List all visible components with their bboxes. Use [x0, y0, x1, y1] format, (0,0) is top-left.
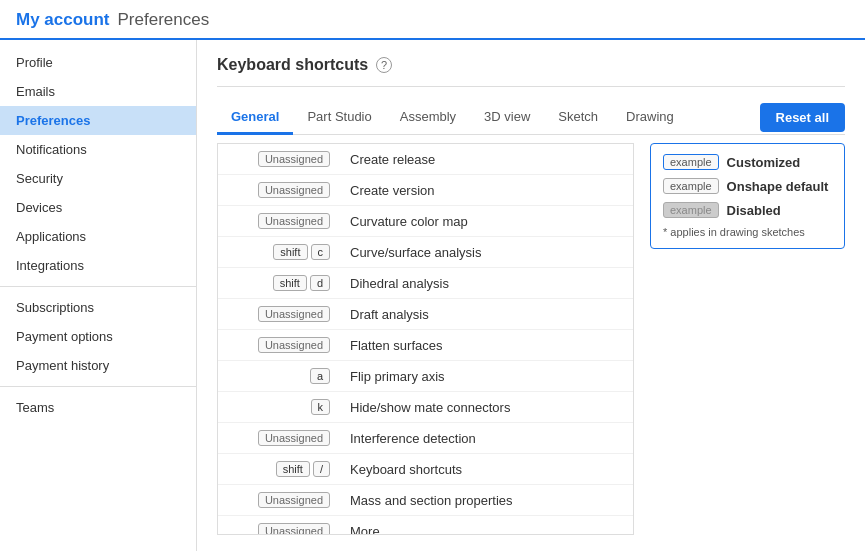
shortcut-row: Unassigned Draft analysis — [218, 299, 633, 330]
tab-general[interactable]: General — [217, 101, 293, 135]
shortcut-row: Unassigned Create release — [218, 144, 633, 175]
shortcut-action: Interference detection — [338, 431, 621, 446]
legend-default-label: Onshape default — [727, 179, 829, 194]
key-unassigned[interactable]: Unassigned — [258, 523, 330, 535]
shortcut-keys: Unassigned — [230, 213, 330, 229]
shortcut-keys: Unassigned — [230, 182, 330, 198]
tab-sketch[interactable]: Sketch — [544, 101, 612, 135]
sidebar-item-integrations[interactable]: Integrations — [0, 251, 196, 280]
shortcut-keys: Unassigned — [230, 337, 330, 353]
shortcut-action: Curvature color map — [338, 214, 621, 229]
sidebar-item-emails[interactable]: Emails — [0, 77, 196, 106]
key-shift[interactable]: shift — [276, 461, 310, 477]
main-content: Keyboard shortcuts ? General Part Studio… — [197, 40, 865, 551]
shortcut-keys: Unassigned — [230, 430, 330, 446]
shortcut-action: Create release — [338, 152, 621, 167]
tab-drawing[interactable]: Drawing — [612, 101, 688, 135]
tab-part-studio[interactable]: Part Studio — [293, 101, 385, 135]
key-unassigned[interactable]: Unassigned — [258, 306, 330, 322]
header-preferences: Preferences — [118, 10, 210, 30]
shortcut-row: k Hide/show mate connectors — [218, 392, 633, 423]
shortcut-row: shift d Dihedral analysis — [218, 268, 633, 299]
shortcut-action: More... — [338, 524, 621, 536]
sidebar: Profile Emails Preferences Notifications… — [0, 40, 197, 551]
shortcut-row: shift / Keyboard shortcuts — [218, 454, 633, 485]
page-title: Keyboard shortcuts — [217, 56, 368, 74]
legend-note: * applies in drawing sketches — [663, 226, 832, 238]
shortcut-action: Mass and section properties — [338, 493, 621, 508]
sidebar-divider-2 — [0, 386, 196, 387]
key-c[interactable]: c — [311, 244, 331, 260]
shortcut-action: Keyboard shortcuts — [338, 462, 621, 477]
shortcut-action: Flip primary axis — [338, 369, 621, 384]
legend-item-disabled: example Disabled — [663, 202, 832, 218]
sidebar-divider-1 — [0, 286, 196, 287]
reset-all-button[interactable]: Reset all — [760, 103, 845, 132]
key-a[interactable]: a — [310, 368, 330, 384]
shortcut-action: Draft analysis — [338, 307, 621, 322]
shortcut-row: Unassigned Mass and section properties — [218, 485, 633, 516]
layout: Profile Emails Preferences Notifications… — [0, 40, 865, 551]
key-unassigned[interactable]: Unassigned — [258, 337, 330, 353]
shortcut-row: Unassigned Curvature color map — [218, 206, 633, 237]
shortcut-keys: shift c — [230, 244, 330, 260]
key-slash[interactable]: / — [313, 461, 330, 477]
shortcut-row: Unassigned Interference detection — [218, 423, 633, 454]
shortcut-keys: k — [230, 399, 330, 415]
help-icon[interactable]: ? — [376, 57, 392, 73]
shortcut-keys: shift / — [230, 461, 330, 477]
key-unassigned[interactable]: Unassigned — [258, 151, 330, 167]
sidebar-item-preferences[interactable]: Preferences — [0, 106, 196, 135]
key-unassigned[interactable]: Unassigned — [258, 213, 330, 229]
page-title-row: Keyboard shortcuts ? — [217, 56, 845, 87]
key-unassigned[interactable]: Unassigned — [258, 182, 330, 198]
shortcut-keys: Unassigned — [230, 151, 330, 167]
sidebar-item-security[interactable]: Security — [0, 164, 196, 193]
shortcut-action: Curve/surface analysis — [338, 245, 621, 260]
sidebar-item-profile[interactable]: Profile — [0, 48, 196, 77]
tab-assembly[interactable]: Assembly — [386, 101, 470, 135]
shortcut-action: Flatten surfaces — [338, 338, 621, 353]
tab-3d-view[interactable]: 3D view — [470, 101, 544, 135]
sidebar-item-subscriptions[interactable]: Subscriptions — [0, 293, 196, 322]
sidebar-item-notifications[interactable]: Notifications — [0, 135, 196, 164]
legend-item-customized: example Customized — [663, 154, 832, 170]
shortcuts-list[interactable]: Unassigned Create release Unassigned Cre… — [217, 143, 634, 535]
shortcut-keys: Unassigned — [230, 492, 330, 508]
key-k[interactable]: k — [311, 399, 331, 415]
shortcut-row: a Flip primary axis — [218, 361, 633, 392]
shortcut-action: Create version — [338, 183, 621, 198]
sidebar-item-devices[interactable]: Devices — [0, 193, 196, 222]
legend-item-default: example Onshape default — [663, 178, 832, 194]
legend-key-customized: example — [663, 154, 719, 170]
key-unassigned[interactable]: Unassigned — [258, 430, 330, 446]
shortcut-keys: a — [230, 368, 330, 384]
shortcut-row: shift c Curve/surface analysis — [218, 237, 633, 268]
key-shift[interactable]: shift — [273, 275, 307, 291]
legend-key-disabled: example — [663, 202, 719, 218]
legend-panel: example Customized example Onshape defau… — [650, 143, 845, 535]
tabs-row: General Part Studio Assembly 3D view Ske… — [217, 101, 845, 135]
legend-box: example Customized example Onshape defau… — [650, 143, 845, 249]
sidebar-item-payment-history[interactable]: Payment history — [0, 351, 196, 380]
my-account-link[interactable]: My account — [16, 10, 110, 30]
sidebar-item-payment-options[interactable]: Payment options — [0, 322, 196, 351]
shortcut-keys: shift d — [230, 275, 330, 291]
shortcut-keys: Unassigned — [230, 523, 330, 535]
shortcut-row: Unassigned More... — [218, 516, 633, 535]
key-unassigned[interactable]: Unassigned — [258, 492, 330, 508]
legend-customized-label: Customized — [727, 155, 801, 170]
sidebar-item-applications[interactable]: Applications — [0, 222, 196, 251]
shortcut-row: Unassigned Flatten surfaces — [218, 330, 633, 361]
header: My account Preferences — [0, 0, 865, 40]
legend-disabled-label: Disabled — [727, 203, 781, 218]
legend-key-default: example — [663, 178, 719, 194]
shortcuts-area: Unassigned Create release Unassigned Cre… — [217, 143, 845, 535]
shortcut-action: Dihedral analysis — [338, 276, 621, 291]
shortcut-keys: Unassigned — [230, 306, 330, 322]
sidebar-item-teams[interactable]: Teams — [0, 393, 196, 422]
shortcut-row: Unassigned Create version — [218, 175, 633, 206]
key-d[interactable]: d — [310, 275, 330, 291]
shortcut-action: Hide/show mate connectors — [338, 400, 621, 415]
key-shift[interactable]: shift — [273, 244, 307, 260]
